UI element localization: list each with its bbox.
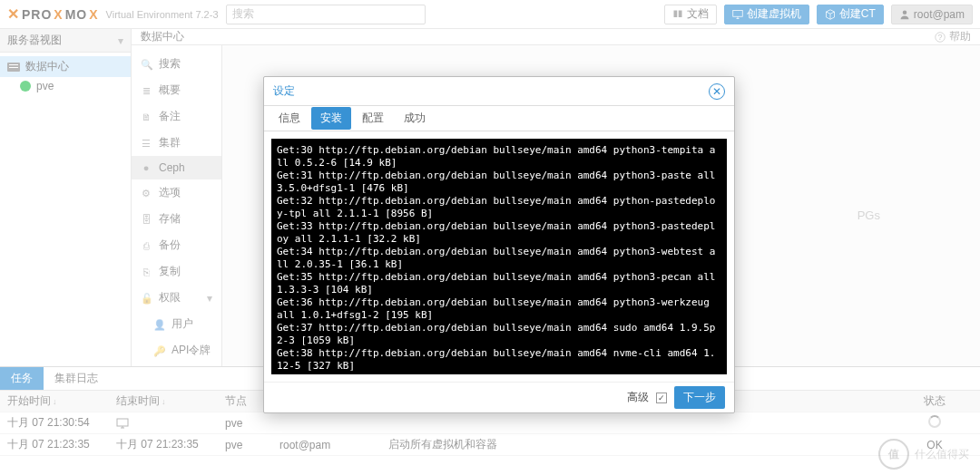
modal-tabs: 信息安装配置成功 xyxy=(264,106,734,131)
close-button[interactable]: ✕ xyxy=(709,83,725,100)
close-icon: ✕ xyxy=(712,85,721,98)
next-button[interactable]: 下一步 xyxy=(674,386,725,409)
ceph-install-modal: 设定 ✕ 信息安装配置成功 Get:30 http://ftp.debian.o… xyxy=(263,76,735,413)
modal-title: 设定 xyxy=(273,83,295,99)
advanced-checkbox[interactable]: ✓ xyxy=(656,393,667,403)
terminal-output: Get:30 http://ftp.debian.org/debian bull… xyxy=(271,139,727,374)
modal-tab-3[interactable]: 成功 xyxy=(395,107,435,130)
modal-tab-1[interactable]: 安装 xyxy=(311,107,351,130)
modal-tab-2[interactable]: 配置 xyxy=(353,107,393,130)
watermark: 值什么值得买 xyxy=(878,439,969,470)
modal-tab-0[interactable]: 信息 xyxy=(270,107,309,130)
advanced-label: 高级 xyxy=(627,390,649,405)
next-label: 下一步 xyxy=(683,391,716,403)
